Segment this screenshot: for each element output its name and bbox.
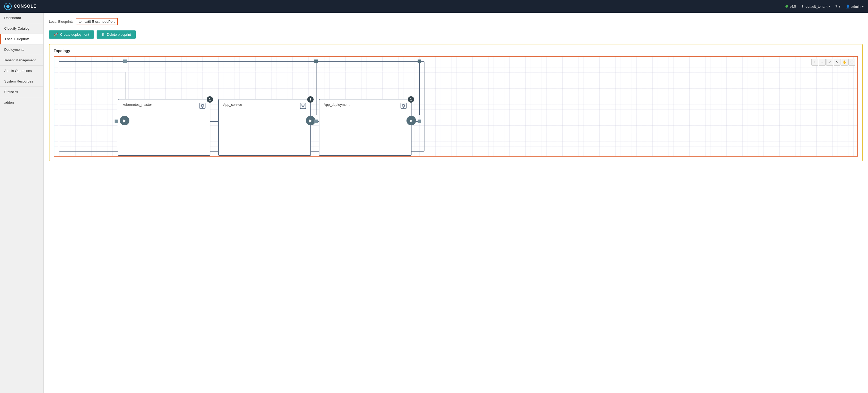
cursor-button[interactable]: ↖ <box>834 59 840 66</box>
create-deployment-label: Create deployment <box>60 33 89 36</box>
help-chevron: ▾ <box>839 4 840 8</box>
breadcrumb: Local Blueprints tomcat8-5-cst-nodePort <box>49 18 863 25</box>
navbar: CONSOLE v4.5 ⬇ default_tenant ? ▾ 👤 admi… <box>0 0 868 13</box>
sidebar-item-admin-operations[interactable]: Admin Operations <box>0 66 43 76</box>
node-km-title: kubernetes_master <box>123 103 152 106</box>
sidebar-item-label: Deployments <box>4 47 24 52</box>
rocket-icon: 🚀 <box>54 33 58 36</box>
navbar-right: v4.5 ⬇ default_tenant ? ▾ 👤 admin ▾ <box>785 4 864 8</box>
main-layout: Dashboard Cloudify Catalog Local Bluepri… <box>0 13 868 393</box>
fit-button[interactable]: ⤢ <box>826 59 833 66</box>
sidebar-item-local-blueprints[interactable]: Local Blueprints <box>0 34 43 44</box>
delete-blueprint-label: Delete blueprint <box>107 33 131 36</box>
sidebar-item-label: System Resources <box>4 79 33 83</box>
sidebar-item-label: Local Blueprints <box>5 37 30 41</box>
user-label: admin <box>851 4 861 8</box>
sidebar: Dashboard Cloudify Catalog Local Bluepri… <box>0 13 44 393</box>
logo-icon <box>4 3 12 10</box>
version-label: v4.5 <box>789 4 796 8</box>
topology-canvas[interactable]: + − ⤢ ↖ ✋ ⛶ <box>54 56 858 157</box>
node-app-service[interactable]: App_service 1 <box>218 99 311 156</box>
app-title: CONSOLE <box>14 4 36 9</box>
arrow-connector-3: ▶ <box>406 116 416 125</box>
sidebar-item-addon[interactable]: addon <box>0 97 43 108</box>
node-km-badge: 1 <box>207 96 213 103</box>
connector-sq-top-2 <box>314 60 318 63</box>
sidebar-item-label: addon <box>4 100 14 104</box>
topology-title: Topology <box>54 49 858 53</box>
svg-rect-15 <box>200 103 205 109</box>
node-km-icon <box>199 102 206 111</box>
node-ad-icon <box>400 102 407 111</box>
svg-rect-19 <box>401 103 406 109</box>
tenant-selector[interactable]: ⬇ default_tenant <box>801 4 830 8</box>
sidebar-item-deployments[interactable]: Deployments <box>0 44 43 55</box>
sidebar-item-tenant-management[interactable]: Tenant Management <box>0 55 43 66</box>
delete-blueprint-button[interactable]: 🗑 Delete blueprint <box>97 30 136 39</box>
user-menu[interactable]: 👤 admin ▾ <box>846 4 864 8</box>
help-button[interactable]: ? ▾ <box>835 4 840 8</box>
create-deployment-button[interactable]: 🚀 Create deployment <box>49 30 94 39</box>
svg-point-18 <box>302 105 304 107</box>
breadcrumb-label: Local Blueprints <box>49 20 73 24</box>
breadcrumb-value: tomcat8-5-cst-nodePort <box>76 18 118 25</box>
connector-sq-top-1 <box>123 60 127 63</box>
node-ad-badge: 1 <box>408 96 414 103</box>
svg-rect-17 <box>300 103 306 109</box>
tenant-icon: ⬇ <box>801 4 804 8</box>
sidebar-item-label: Dashboard <box>4 16 21 20</box>
sidebar-item-dashboard[interactable]: Dashboard <box>0 13 43 23</box>
action-bar: 🚀 Create deployment 🗑 Delete blueprint <box>49 30 863 39</box>
node-as-icon <box>299 102 307 111</box>
status-dot <box>785 5 788 8</box>
node-app-deployment[interactable]: App_deployment 1 <box>319 99 411 156</box>
svg-point-1 <box>6 5 9 8</box>
main-content: Local Blueprints tomcat8-5-cst-nodePort … <box>44 13 868 393</box>
version-indicator: v4.5 <box>785 4 796 8</box>
arrow-connector-1: ▶ <box>120 116 129 125</box>
fullscreen-button[interactable]: ⛶ <box>848 59 855 66</box>
sidebar-item-label: Tenant Management <box>4 58 36 62</box>
zoom-in-button[interactable]: + <box>811 59 818 66</box>
sidebar-item-cloudify-catalog[interactable]: Cloudify Catalog <box>0 23 43 34</box>
sidebar-item-label: Statistics <box>4 90 18 94</box>
svg-point-20 <box>403 105 405 107</box>
sidebar-item-label: Admin Operations <box>4 69 32 73</box>
help-icon: ? <box>835 4 837 8</box>
arrow-connector-2: ▶ <box>306 116 315 125</box>
user-chevron: ▾ <box>862 4 864 8</box>
sidebar-item-statistics[interactable]: Statistics <box>0 87 43 97</box>
connector-sq-mid <box>314 120 318 123</box>
tenant-label: default_tenant <box>806 4 827 8</box>
node-ad-title: App_deployment <box>324 103 349 106</box>
svg-point-16 <box>202 105 204 107</box>
zoom-controls: + − ⤢ ↖ ✋ ⛶ <box>811 59 855 66</box>
connector-sq-top-3 <box>417 60 421 63</box>
sidebar-item-system-resources[interactable]: System Resources <box>0 76 43 87</box>
node-as-badge: 1 <box>307 96 314 103</box>
topology-section: Topology + − ⤢ ↖ ✋ ⛶ <box>49 44 863 161</box>
node-as-title: App_service <box>223 103 242 106</box>
trash-icon: 🗑 <box>101 33 105 36</box>
zoom-out-button[interactable]: − <box>819 59 826 66</box>
pan-button[interactable]: ✋ <box>841 59 848 66</box>
sidebar-item-label: Cloudify Catalog <box>4 27 29 30</box>
connector-sq-right <box>417 120 421 123</box>
navbar-left: CONSOLE <box>4 3 36 10</box>
user-icon: 👤 <box>846 4 850 8</box>
node-kubernetes-master[interactable]: kubernetes_master 1 <box>118 99 210 156</box>
